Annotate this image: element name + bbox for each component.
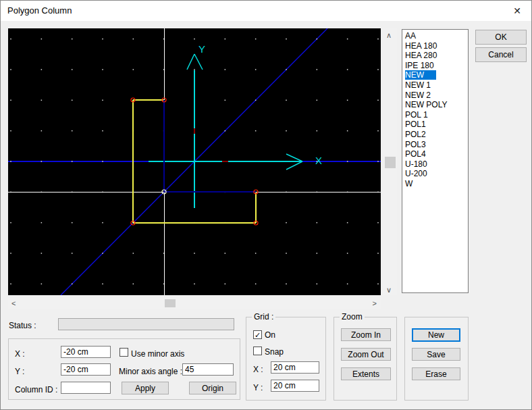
list-item[interactable]: NEW 1: [402, 80, 468, 91]
grid-x-input[interactable]: [271, 361, 319, 374]
horizontal-scroll-thumb[interactable]: [165, 299, 176, 307]
zoom-groupbox: Zoom Zoom In Zoom Out Extents: [334, 317, 397, 401]
list-item[interactable]: HEA 280: [402, 51, 468, 61]
grid-x-label: X :: [253, 365, 263, 374]
list-item[interactable]: POL1: [402, 120, 468, 130]
list-item[interactable]: U-200: [402, 169, 468, 179]
point-groupbox: X : Use minor axis Y : Minor axis angle …: [8, 338, 240, 400]
window-title: Polygon Column: [7, 5, 72, 16]
list-item[interactable]: U-180: [402, 159, 468, 170]
list-item[interactable]: NEW 2: [402, 91, 468, 101]
svg-text:Y: Y: [198, 43, 205, 55]
list-item[interactable]: HEA 180: [402, 41, 468, 51]
close-icon[interactable]: ✕: [511, 5, 523, 17]
titlebar: Polygon Column ✕: [1, 1, 531, 21]
list-item[interactable]: NEW POLY: [402, 100, 468, 110]
y-label: Y :: [15, 367, 24, 376]
x-input[interactable]: [61, 346, 111, 358]
status-field: [58, 318, 234, 330]
canvas-horizontal-scrollbar[interactable]: < >: [8, 298, 381, 309]
list-item[interactable]: POL3: [402, 140, 468, 150]
column-id-input[interactable]: [61, 382, 111, 394]
list-item[interactable]: POL2: [402, 130, 468, 140]
grid-group-title: Grid :: [252, 312, 275, 322]
new-button[interactable]: New: [412, 328, 460, 342]
ok-button[interactable]: OK: [475, 30, 527, 45]
list-item[interactable]: NEW: [402, 70, 468, 80]
zoom-extents-button[interactable]: Extents: [341, 367, 391, 380]
list-item[interactable]: IPE 180: [402, 61, 468, 71]
cancel-button[interactable]: Cancel: [475, 47, 527, 62]
vertical-scroll-thumb[interactable]: [385, 157, 396, 168]
canvas-vertical-scrollbar[interactable]: ∧ ∨: [383, 28, 397, 295]
grid-snap-checkbox[interactable]: [253, 347, 262, 355]
list-item[interactable]: AA: [402, 31, 468, 41]
list-item[interactable]: POL 1: [402, 110, 468, 120]
scroll-up-icon[interactable]: ∧: [386, 32, 392, 39]
actions-groupbox: New Save Erase: [404, 317, 469, 401]
grid-snap-label: Snap: [265, 347, 284, 357]
minor-axis-angle-label: Minor axis angle :: [119, 367, 182, 376]
drawing-canvas[interactable]: XY: [8, 28, 381, 295]
status-label: Status :: [9, 321, 36, 330]
y-input[interactable]: [61, 363, 111, 376]
grid-on-checkbox[interactable]: ✓: [253, 330, 262, 339]
zoom-out-button[interactable]: Zoom Out: [341, 348, 391, 361]
scroll-down-icon[interactable]: ∨: [386, 286, 392, 293]
apply-button[interactable]: Apply: [122, 382, 169, 394]
use-minor-axis-label: Use minor axis: [131, 349, 184, 359]
grid-groupbox: Grid : ✓ On Snap X : Y :: [246, 317, 326, 401]
column-id-label: Column ID :: [15, 385, 57, 394]
zoom-in-button[interactable]: Zoom In: [341, 328, 391, 341]
grid-y-label: Y :: [253, 383, 263, 392]
origin-button[interactable]: Origin: [189, 382, 236, 394]
minor-axis-angle-input[interactable]: [182, 363, 234, 376]
save-button[interactable]: Save: [412, 348, 460, 361]
grid-on-label: On: [265, 330, 275, 340]
polygon-column-dialog: Polygon Column ✕ XY ∧ ∨ < > AAHEA 180HEA…: [0, 0, 532, 410]
use-minor-axis-checkbox[interactable]: [119, 348, 128, 357]
grid-y-input[interactable]: [271, 380, 319, 392]
profile-listbox[interactable]: AAHEA 180HEA 280IPE 180NEWNEW 1NEW 2NEW …: [402, 29, 469, 293]
scroll-left-icon[interactable]: <: [11, 300, 16, 307]
svg-text:X: X: [315, 155, 322, 166]
zoom-group-title: Zoom: [340, 312, 365, 322]
list-item[interactable]: POL4: [402, 149, 468, 159]
x-label: X :: [15, 349, 25, 359]
list-item[interactable]: W: [402, 179, 468, 189]
scroll-right-icon[interactable]: >: [373, 300, 377, 307]
erase-button[interactable]: Erase: [412, 367, 460, 380]
